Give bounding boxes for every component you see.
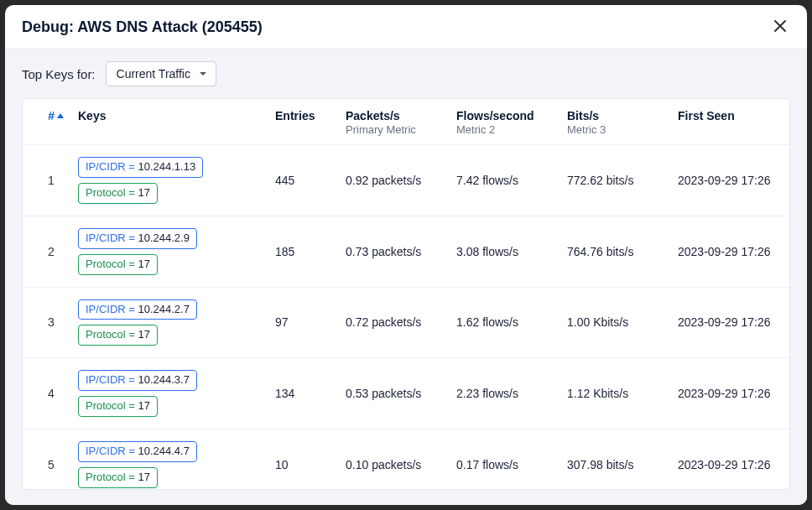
- row-bits: 307.98 bits/s: [559, 429, 669, 490]
- col-header-entries[interactable]: Entries: [267, 99, 337, 145]
- sort-index[interactable]: #: [48, 109, 65, 122]
- modal-titlebar: Debug: AWS DNS Attack (205455): [5, 5, 807, 49]
- row-bits: 764.76 bits/s: [559, 216, 669, 287]
- ip-cidr-tag[interactable]: IP/CIDR = 10.244.2.7: [78, 299, 197, 320]
- row-entries: 134: [267, 358, 337, 429]
- row-first-seen: 2023-09-29 17:26: [669, 216, 789, 287]
- row-index: 1: [23, 145, 70, 216]
- row-bits: 772.62 bits/s: [559, 145, 669, 216]
- col-header-bits[interactable]: Bits/s Metric 3: [559, 99, 669, 145]
- close-button[interactable]: [770, 16, 790, 39]
- protocol-tag[interactable]: Protocol = 17: [78, 183, 158, 204]
- row-flows: 3.08 flows/s: [448, 216, 559, 287]
- top-keys-table: # Keys Entries Packets/s Primary Metric: [23, 99, 789, 490]
- col-header-packets[interactable]: Packets/s Primary Metric: [337, 99, 448, 145]
- row-index: 3: [23, 287, 70, 358]
- table-row: 2 IP/CIDR = 10.244.2.9 Protocol = 17 185…: [23, 216, 789, 287]
- row-flows: 0.17 flows/s: [448, 429, 559, 490]
- row-packets: 0.53 packets/s: [337, 358, 448, 429]
- row-entries: 445: [267, 145, 337, 216]
- ip-cidr-tag[interactable]: IP/CIDR = 10.244.2.9: [78, 228, 197, 249]
- protocol-tag[interactable]: Protocol = 17: [78, 325, 158, 346]
- row-index: 5: [23, 429, 70, 490]
- table-row: 1 IP/CIDR = 10.244.1.13 Protocol = 17 44…: [23, 145, 789, 216]
- row-flows: 1.62 flows/s: [448, 287, 559, 358]
- ip-cidr-tag[interactable]: IP/CIDR = 10.244.4.7: [78, 441, 197, 462]
- row-bits: 1.00 Kbits/s: [559, 287, 669, 358]
- table-row: 5 IP/CIDR = 10.244.4.7 Protocol = 17 10 …: [23, 429, 789, 490]
- protocol-tag[interactable]: Protocol = 17: [78, 396, 158, 417]
- toolbar: Top Keys for: Current Traffic: [5, 49, 807, 98]
- col-header-flows[interactable]: Flows/second Metric 2: [448, 99, 559, 145]
- row-packets: 0.72 packets/s: [337, 287, 448, 358]
- row-keys: IP/CIDR = 10.244.2.7 Protocol = 17: [70, 287, 267, 358]
- row-keys: IP/CIDR = 10.244.1.13 Protocol = 17: [70, 145, 267, 216]
- row-first-seen: 2023-09-29 17:26: [669, 358, 789, 429]
- table-row: 3 IP/CIDR = 10.244.2.7 Protocol = 17 97 …: [23, 287, 789, 358]
- col-header-first-seen[interactable]: First Seen: [669, 99, 789, 145]
- sort-asc-icon: [56, 109, 65, 122]
- content-area: # Keys Entries Packets/s Primary Metric: [5, 98, 807, 505]
- top-keys-select[interactable]: Current Traffic: [106, 61, 216, 86]
- protocol-tag[interactable]: Protocol = 17: [78, 254, 158, 275]
- row-keys: IP/CIDR = 10.244.3.7 Protocol = 17: [70, 358, 267, 429]
- ip-cidr-tag[interactable]: IP/CIDR = 10.244.1.13: [78, 157, 203, 178]
- close-icon: [773, 19, 787, 35]
- protocol-tag[interactable]: Protocol = 17: [78, 467, 158, 488]
- data-card[interactable]: # Keys Entries Packets/s Primary Metric: [22, 98, 790, 490]
- row-packets: 0.73 packets/s: [337, 216, 448, 287]
- row-index: 2: [23, 216, 70, 287]
- table-row: 4 IP/CIDR = 10.244.3.7 Protocol = 17 134…: [23, 358, 789, 429]
- row-flows: 7.42 flows/s: [448, 145, 559, 216]
- ip-cidr-tag[interactable]: IP/CIDR = 10.244.3.7: [78, 370, 197, 391]
- top-keys-label: Top Keys for:: [22, 67, 96, 81]
- chevron-down-icon: [199, 67, 207, 81]
- row-first-seen: 2023-09-29 17:26: [669, 429, 789, 490]
- row-keys: IP/CIDR = 10.244.2.9 Protocol = 17: [70, 216, 267, 287]
- row-first-seen: 2023-09-29 17:26: [669, 287, 789, 358]
- col-header-index[interactable]: #: [23, 99, 70, 145]
- row-packets: 0.10 packets/s: [337, 429, 448, 490]
- row-entries: 97: [267, 287, 337, 358]
- row-packets: 0.92 packets/s: [337, 145, 448, 216]
- row-index: 4: [23, 358, 70, 429]
- modal-title: Debug: AWS DNS Attack (205455): [22, 18, 263, 36]
- row-keys: IP/CIDR = 10.244.4.7 Protocol = 17: [70, 429, 267, 490]
- row-first-seen: 2023-09-29 17:26: [669, 145, 789, 216]
- row-flows: 2.23 flows/s: [448, 358, 559, 429]
- row-entries: 10: [267, 429, 337, 490]
- row-bits: 1.12 Kbits/s: [559, 358, 669, 429]
- top-keys-select-value: Current Traffic: [117, 67, 190, 81]
- row-entries: 185: [267, 216, 337, 287]
- debug-modal: Debug: AWS DNS Attack (205455) Top Keys …: [5, 5, 807, 505]
- col-header-keys[interactable]: Keys: [70, 99, 267, 145]
